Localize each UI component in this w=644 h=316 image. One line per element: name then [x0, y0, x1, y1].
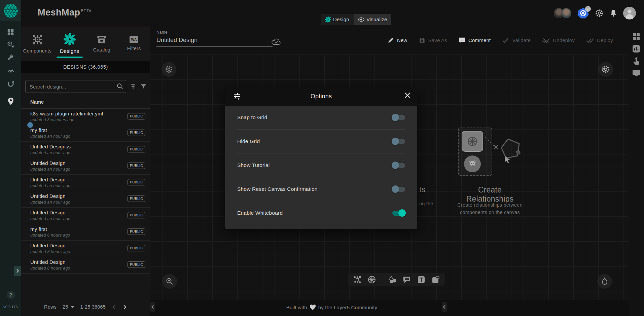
display-button[interactable] [632, 68, 641, 78]
toggle-knob [392, 138, 399, 145]
wasm-filters-icon: WA [130, 36, 138, 43]
design-row[interactable]: Untitled Design updated an hour ago PUBL… [21, 158, 150, 175]
footer-collapse-handle[interactable] [442, 302, 447, 312]
zoom-out-button[interactable] [162, 274, 177, 289]
design-updated: updated 3 minutes ago [30, 117, 74, 122]
context-count-badge: 1 [585, 6, 591, 12]
media-tool-icon[interactable] [431, 275, 440, 284]
toggle-switch[interactable] [392, 163, 405, 168]
settings-gear-button[interactable] [595, 9, 604, 17]
toggle-switch[interactable] [392, 139, 405, 144]
toggle-switch[interactable] [392, 211, 405, 216]
nav-meshmap-pin-button[interactable] [6, 97, 15, 106]
design-name-input[interactable] [156, 36, 273, 47]
mode-visualize-button[interactable]: Visualize [354, 14, 392, 25]
built-with-suffix: by the Layer5 Community [318, 305, 378, 310]
new-design-button[interactable]: New [388, 37, 407, 43]
chart-panel-button[interactable] [632, 44, 641, 54]
collaborator-avatar[interactable] [561, 8, 571, 18]
design-row[interactable]: k8s-wasm-plugin-ratelimiter.yml updated … [21, 109, 150, 125]
app-name: MeshMap [38, 7, 80, 17]
nav-extensions-button[interactable] [6, 79, 15, 88]
tab-catalog[interactable]: Catalog [86, 26, 118, 61]
question-mark-glyph: ? [9, 292, 12, 297]
tab-designs[interactable]: Designs [53, 26, 86, 61]
left-panel-collapse-handle[interactable] [150, 302, 155, 312]
column-header-name: Name [30, 99, 44, 105]
meshery-logo-button[interactable] [0, 0, 21, 21]
rail-expand-handle[interactable] [14, 266, 21, 276]
comment-tool-icon[interactable] [402, 275, 411, 284]
app-brand: MeshMapBETA [38, 7, 92, 18]
toggle-knob [392, 114, 399, 121]
design-name: Untitled Design [30, 177, 66, 182]
collaborator-avatars [554, 8, 571, 18]
built-with-prefix: Built with [286, 305, 307, 310]
previous-page-button[interactable] [112, 304, 116, 310]
design-row[interactable]: Untitled Design updated 8 hours ago PUBL… [21, 241, 150, 257]
save-as-button[interactable]: Save As [419, 37, 447, 43]
toggle-knob [392, 162, 399, 169]
options-modal-header: Options [225, 87, 417, 106]
deploy-label: Deploy [597, 37, 613, 43]
kubernetes-context-button[interactable]: 1 [577, 7, 589, 19]
canvas-gear-button[interactable] [598, 62, 613, 77]
rows-label: Rows [44, 304, 57, 310]
nav-configuration-wrench-button[interactable] [6, 53, 15, 62]
search-design-input[interactable] [25, 80, 126, 93]
design-updated: updated 8 hours ago [30, 266, 70, 271]
option-label: Show Tutorial [237, 162, 270, 168]
next-page-button[interactable] [122, 304, 127, 310]
options-modal: Options Snap to Grid Hide Grid Show Tuto… [225, 87, 417, 229]
visibility-badge: PUBLIC [128, 179, 145, 185]
designs-panel: Components Designs Catalog WA Filters DE… [21, 26, 150, 316]
rows-per-page-select[interactable]: 25 [63, 304, 74, 310]
filter-funnel-button[interactable] [140, 83, 147, 90]
notifications-bell-button[interactable] [610, 9, 617, 17]
occluded-title-fragment: ts [419, 185, 425, 194]
toggle-knob [398, 209, 406, 217]
shapes-tool-icon[interactable] [388, 275, 397, 284]
onboarding-description: Create relationships between components … [453, 201, 527, 216]
ink-drop-button[interactable] [597, 274, 612, 289]
dock-divider [382, 276, 382, 284]
nav-lifecycle-gears-button[interactable] [6, 40, 15, 49]
validate-button[interactable]: Validate [502, 37, 531, 43]
design-row[interactable]: Untitled Design updated an hour ago PUBL… [21, 208, 150, 224]
design-row[interactable]: Untitled Design updated an hour ago PUBL… [21, 175, 150, 191]
design-row[interactable]: Untitled Designss updated an hour ago PU… [21, 142, 150, 158]
components-shapes-icon[interactable] [353, 275, 362, 284]
design-row[interactable]: Untitled Design updated 8 hours ago PUBL… [21, 257, 150, 274]
toggle-switch[interactable] [392, 115, 405, 120]
undeploy-button[interactable]: Undeploy [542, 37, 575, 43]
design-row[interactable]: Untitled Design updated an hour ago PUBL… [21, 191, 150, 208]
deploy-button[interactable]: Deploy [586, 37, 613, 43]
toggle-switch[interactable] [392, 187, 405, 192]
design-updated: updated an hour ago [30, 134, 70, 139]
user-profile-avatar[interactable] [623, 7, 636, 20]
nav-dashboard-button[interactable] [6, 28, 15, 36]
kubernetes-wheel-icon[interactable] [367, 275, 376, 284]
search-icon [116, 83, 123, 90]
visibility-badge: PUBLIC [128, 229, 145, 235]
text-tool-icon[interactable] [417, 275, 426, 284]
design-row[interactable]: my first updated an hour ago PUBLIC [21, 125, 150, 142]
comment-button[interactable]: Comment [459, 37, 491, 44]
toggle-knob [392, 185, 399, 193]
design-toolbar: Name New Save As Comment Validate [150, 26, 629, 55]
widgets-grid-button[interactable] [632, 32, 641, 41]
heart-icon [310, 305, 316, 310]
design-row[interactable]: my first updated 6 hours ago PUBLIC [21, 224, 150, 241]
close-icon[interactable] [404, 92, 410, 98]
tab-filters[interactable]: WA Filters [118, 26, 150, 61]
option-row: Show Reset Canvas Confirmation [237, 177, 405, 201]
help-button[interactable]: ? [7, 291, 15, 299]
nav-performance-gauge-button[interactable] [6, 66, 15, 75]
touch-interaction-button[interactable] [632, 56, 641, 66]
mode-design-button[interactable]: Design [321, 14, 354, 25]
tab-components[interactable]: Components [21, 26, 53, 61]
import-design-button[interactable] [130, 83, 137, 90]
design-updated: updated an hour ago [30, 167, 70, 172]
canvas-settings-flower-button[interactable] [162, 62, 176, 77]
double-check-icon [586, 37, 594, 43]
